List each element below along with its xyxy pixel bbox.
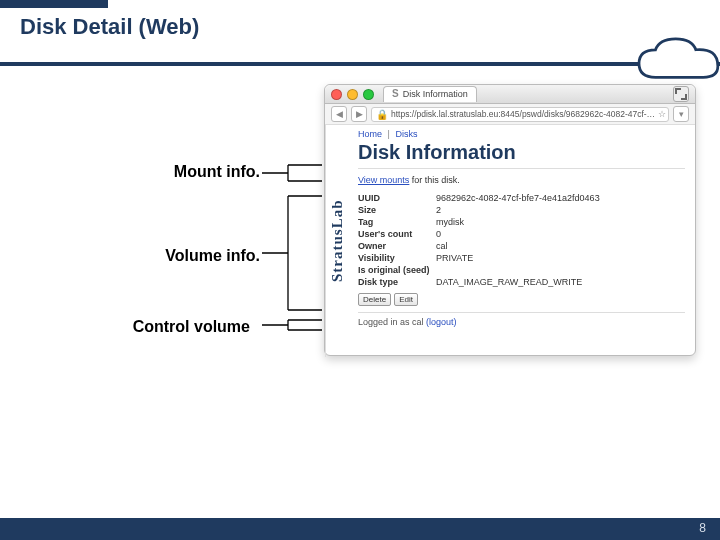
- login-text: Logged in as cal: [358, 317, 426, 327]
- breadcrumb-sep: |: [388, 129, 390, 139]
- page-number: 8: [699, 521, 706, 535]
- k-seed: Is original (seed): [358, 265, 436, 277]
- button-row: Delete Edit: [358, 293, 685, 306]
- v-tag: mydisk: [436, 217, 606, 229]
- view-mounts-link[interactable]: View mounts: [358, 175, 409, 185]
- browser-window: S Disk Information ◀ ▶ 🔒 https://pdisk.l…: [324, 84, 696, 356]
- heading-underline: [358, 168, 685, 169]
- window-titlebar: S Disk Information: [325, 85, 695, 104]
- k-users: User's count: [358, 229, 436, 241]
- v-visibility: PRIVATE: [436, 253, 606, 265]
- url-toolbar: ◀ ▶ 🔒 https://pdisk.lal.stratuslab.eu:84…: [325, 104, 695, 125]
- traffic-light-minimize[interactable]: [347, 89, 358, 100]
- expand-icon[interactable]: [673, 86, 689, 102]
- tab-title: Disk Information: [403, 89, 468, 99]
- v-size: 2: [436, 205, 606, 217]
- view-mounts-line: View mounts for this disk.: [358, 175, 685, 185]
- nav-menu-button[interactable]: ▾: [673, 106, 689, 122]
- page-content: Home | Disks Disk Information View mount…: [348, 125, 695, 357]
- breadcrumb-disks[interactable]: Disks: [395, 129, 417, 139]
- breadcrumb: Home | Disks: [358, 129, 685, 139]
- footer-separator: [358, 312, 685, 313]
- v-owner: cal: [436, 241, 606, 253]
- k-visibility: Visibility: [358, 253, 436, 265]
- bookmark-star-icon[interactable]: ☆: [658, 109, 666, 119]
- traffic-light-close[interactable]: [331, 89, 342, 100]
- slide-footer: 8: [0, 518, 720, 540]
- connector-control: [262, 318, 322, 332]
- disk-info-table: UUID 9682962c-4082-47cf-bfe7-4e41a2fd046…: [358, 193, 606, 289]
- v-uuid: 9682962c-4082-47cf-bfe7-4e41a2fd0463: [436, 193, 606, 205]
- v-seed: [436, 265, 606, 277]
- v-users: 0: [436, 229, 606, 241]
- page-body: StratusLab Home | Disks Disk Information…: [325, 125, 695, 357]
- breadcrumb-home[interactable]: Home: [358, 129, 382, 139]
- v-type: DATA_IMAGE_RAW_READ_WRITE: [436, 277, 606, 289]
- connector-volume: [262, 194, 322, 312]
- k-tag: Tag: [358, 217, 436, 229]
- browser-tab[interactable]: S Disk Information: [383, 86, 477, 102]
- login-status: Logged in as cal (logout): [358, 317, 685, 327]
- edit-button[interactable]: Edit: [394, 293, 418, 306]
- url-field[interactable]: 🔒 https://pdisk.lal.stratuslab.eu:8445/p…: [371, 107, 669, 122]
- cloud-logo: [628, 36, 720, 91]
- tab-favicon: S: [392, 88, 399, 99]
- k-size: Size: [358, 205, 436, 217]
- connector-mount: [262, 163, 322, 183]
- slide-title: Disk Detail (Web): [20, 14, 199, 40]
- slide-divider: [0, 62, 720, 66]
- page-heading: Disk Information: [358, 141, 685, 164]
- nav-forward-button[interactable]: ▶: [351, 106, 367, 122]
- annotation-volume: Volume info.: [100, 247, 260, 265]
- view-mounts-tail: for this disk.: [409, 175, 460, 185]
- k-owner: Owner: [358, 241, 436, 253]
- annotation-mount: Mount info.: [100, 163, 260, 181]
- k-uuid: UUID: [358, 193, 436, 205]
- k-type: Disk type: [358, 277, 436, 289]
- url-text: https://pdisk.lal.stratuslab.eu:8445/psw…: [391, 109, 655, 119]
- traffic-light-zoom[interactable]: [363, 89, 374, 100]
- slide-top-accent: [0, 0, 108, 8]
- delete-button[interactable]: Delete: [358, 293, 391, 306]
- logout-link[interactable]: (logout): [426, 317, 457, 327]
- lock-icon: 🔒: [376, 109, 388, 120]
- nav-back-button[interactable]: ◀: [331, 106, 347, 122]
- sidebar-brand: StratusLab: [325, 125, 348, 357]
- annotation-control: Control volume: [90, 318, 250, 336]
